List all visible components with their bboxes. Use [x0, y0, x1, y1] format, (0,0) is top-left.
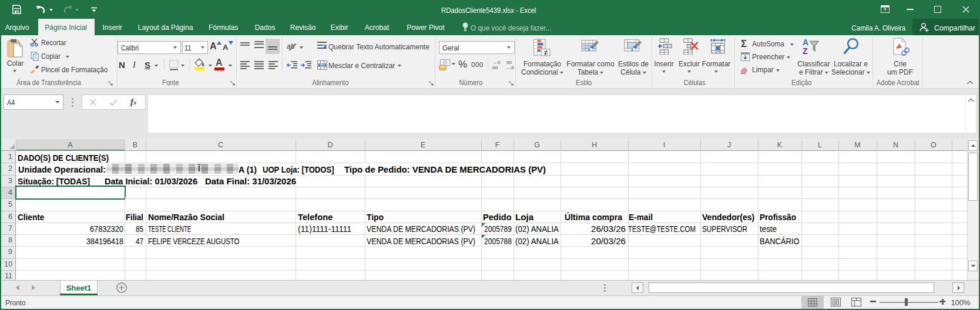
svg-text:←0: ←0: [493, 60, 501, 65]
svg-text:A: A: [803, 38, 808, 47]
svg-text:Z: Z: [803, 46, 808, 56]
svg-text:,00: ,00: [491, 65, 498, 70]
